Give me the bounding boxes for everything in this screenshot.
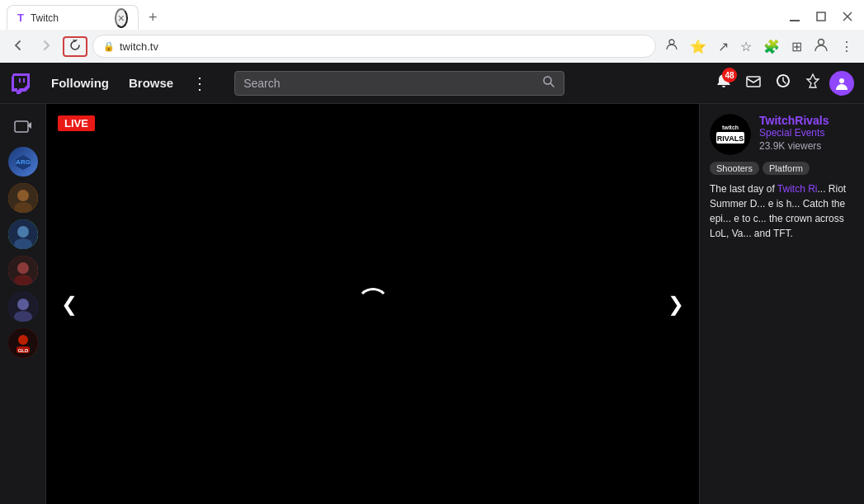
bookmark-star-button[interactable]: ⭐ xyxy=(686,36,711,57)
left-sidebar: ARG GLD xyxy=(0,104,46,504)
more-nav-button[interactable]: ⋮ xyxy=(185,70,215,97)
viewer-count: 23.9K viewers xyxy=(759,140,854,152)
back-button[interactable] xyxy=(7,35,30,58)
sidebar-channel-3[interactable] xyxy=(8,219,38,249)
following-nav-link[interactable]: Following xyxy=(43,73,117,93)
address-bar: 🔒 twitch.tv ⭐ ↗ ☆ 🧩 ⊞ ⋮ xyxy=(0,30,864,63)
new-tab-button[interactable]: + xyxy=(142,6,164,30)
tag-platform[interactable]: Platform xyxy=(762,162,810,175)
window-close-button[interactable] xyxy=(838,8,857,26)
lock-icon: 🔒 xyxy=(103,41,115,52)
loading-spinner xyxy=(356,288,390,321)
tab-favicon: T xyxy=(17,12,24,24)
svg-point-25 xyxy=(17,299,29,310)
share-button[interactable]: ↗ xyxy=(714,36,733,57)
svg-rect-7 xyxy=(19,78,21,82)
twitch-nav: Following Browse ⋮ xyxy=(43,70,215,97)
forward-button[interactable] xyxy=(35,35,58,58)
window-controls xyxy=(785,8,857,26)
svg-text:RIVALS: RIVALS xyxy=(717,134,744,143)
twitch-header: Following Browse ⋮ 48 xyxy=(0,63,864,104)
svg-rect-0 xyxy=(790,20,800,21)
bookmark-button[interactable]: ☆ xyxy=(736,36,756,57)
inbox-button[interactable] xyxy=(740,68,767,98)
next-arrow-button[interactable]: ❯ xyxy=(661,283,691,326)
tags-container: Shooters Platform xyxy=(710,162,854,175)
split-view-button[interactable]: ⊞ xyxy=(787,36,806,57)
live-badge: LIVE xyxy=(58,115,95,131)
tag-shooters[interactable]: Shooters xyxy=(710,162,759,175)
twitch-logo[interactable] xyxy=(10,72,33,95)
prev-arrow-button[interactable]: ❮ xyxy=(54,283,84,326)
svg-line-9 xyxy=(550,83,554,87)
url-bar[interactable]: 🔒 twitch.tv xyxy=(92,35,656,58)
svg-text:twitch: twitch xyxy=(722,125,739,130)
sidebar-camera-icon[interactable] xyxy=(8,111,38,140)
profile-icon-button[interactable] xyxy=(661,35,682,57)
sidebar-channel-2[interactable] xyxy=(8,183,38,213)
account-button[interactable] xyxy=(810,35,833,58)
svg-point-11 xyxy=(839,78,844,83)
main-content: ARG GLD LIVE ❮ xyxy=(0,104,864,504)
svg-point-5 xyxy=(819,40,824,45)
browser-actions: ⭐ ↗ ☆ 🧩 ⊞ ⋮ xyxy=(661,35,857,58)
search-input[interactable] xyxy=(243,77,536,90)
streamer-info: twitch RIVALS TwitchRivals Special Event… xyxy=(710,114,854,155)
notifications-button[interactable]: 48 xyxy=(711,68,737,98)
sidebar-channel-1[interactable]: ARG xyxy=(8,147,38,177)
header-icons: 48 xyxy=(711,68,854,98)
browse-nav-link[interactable]: Browse xyxy=(120,73,182,93)
video-player[interactable]: LIVE ❮ ❯ xyxy=(46,104,699,504)
svg-point-19 xyxy=(17,226,29,238)
svg-point-28 xyxy=(18,335,28,345)
svg-text:GLD: GLD xyxy=(17,348,28,353)
svg-rect-12 xyxy=(15,121,28,132)
svg-point-4 xyxy=(669,40,674,45)
window-minimize-button[interactable] xyxy=(785,8,805,26)
svg-text:ARG: ARG xyxy=(16,158,31,166)
content-area: LIVE ❮ ❯ twitch RIVALS xyxy=(46,104,864,504)
streamer-details: TwitchRivals Special Events 23.9K viewer… xyxy=(759,114,854,152)
stream-description: The last day of Twitch Ri... Riot Summer… xyxy=(710,181,854,241)
sidebar-channel-6[interactable]: GLD xyxy=(8,328,38,358)
right-panel: twitch RIVALS TwitchRivals Special Event… xyxy=(699,104,864,504)
twitch-rivals-link[interactable]: Twitch Ri xyxy=(777,183,818,195)
refresh-button[interactable] xyxy=(63,36,87,57)
streamer-category[interactable]: Special Events xyxy=(759,127,854,139)
window-maximize-button[interactable] xyxy=(811,8,831,26)
search-button[interactable] xyxy=(542,75,555,92)
crown-button[interactable] xyxy=(800,68,826,98)
extensions-button[interactable]: 🧩 xyxy=(759,36,784,57)
url-text: twitch.tv xyxy=(120,40,645,53)
svg-point-16 xyxy=(17,190,29,201)
sidebar-channel-5[interactable] xyxy=(8,292,38,322)
search-container[interactable] xyxy=(234,71,564,96)
streamer-avatar: twitch RIVALS xyxy=(710,114,751,155)
notification-count: 48 xyxy=(722,68,737,82)
svg-point-22 xyxy=(17,262,29,274)
svg-rect-1 xyxy=(817,12,825,21)
tab-title: Twitch xyxy=(31,12,108,24)
streamer-name[interactable]: TwitchRivals xyxy=(759,114,854,127)
active-tab[interactable]: T Twitch × xyxy=(7,5,139,30)
twitch-search xyxy=(234,71,564,96)
twitch-app: Following Browse ⋮ 48 xyxy=(0,63,864,504)
sidebar-channel-4[interactable] xyxy=(8,256,38,285)
browser-chrome: T Twitch × + 🔒 twitch xyxy=(0,0,864,63)
tab-close-button[interactable]: × xyxy=(115,8,128,28)
svg-rect-10 xyxy=(747,77,760,87)
browser-menu-button[interactable]: ⋮ xyxy=(836,36,857,57)
watchlist-button[interactable] xyxy=(770,68,796,98)
svg-rect-6 xyxy=(23,78,25,82)
tab-bar: T Twitch × + xyxy=(0,0,864,30)
user-avatar-button[interactable] xyxy=(829,71,854,96)
